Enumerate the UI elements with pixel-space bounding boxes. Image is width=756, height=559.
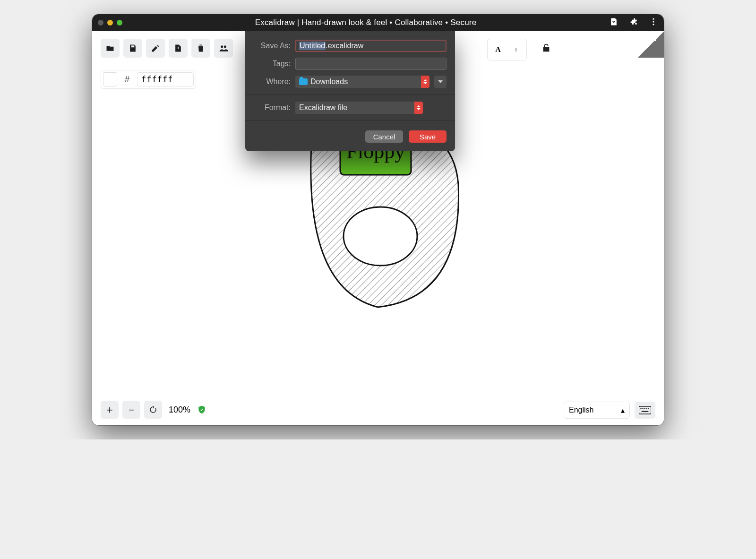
svg-point-8 (224, 45, 226, 48)
window-zoom-button[interactable] (117, 20, 122, 26)
save-as-button[interactable] (146, 39, 165, 58)
titlebar: Excalidraw | Hand-drawn look & feel • Co… (92, 14, 664, 31)
zoom-level: 100% (166, 405, 193, 415)
where-label: Where: (254, 77, 291, 86)
cancel-button[interactable]: Cancel (365, 130, 403, 143)
svg-point-0 (653, 18, 654, 19)
hex-input[interactable] (137, 72, 194, 86)
save-as-label: Save As: (254, 42, 291, 50)
github-corner[interactable] (637, 31, 664, 58)
format-label: Format: (254, 103, 291, 112)
delete-button[interactable] (191, 39, 210, 58)
zoom-reset-button[interactable] (144, 401, 162, 419)
text-tool-key: 8 (507, 41, 524, 58)
svg-point-1 (653, 21, 654, 22)
chevron-up-icon: ▴ (621, 406, 625, 415)
background-color-picker: # (101, 70, 196, 89)
shield-icon (197, 405, 206, 414)
hash-symbol: # (120, 72, 134, 86)
svg-point-7 (221, 45, 223, 48)
format-value: Excalidraw file (299, 103, 347, 112)
language-label: English (569, 406, 593, 414)
traffic-lights (98, 20, 122, 26)
text-tool[interactable]: A (490, 41, 507, 58)
svg-rect-13 (646, 408, 647, 409)
tool-strip: A 8 (487, 39, 527, 60)
open-button[interactable] (101, 39, 120, 58)
tags-input[interactable] (295, 58, 447, 70)
keyboard-shortcuts-button[interactable] (635, 402, 655, 419)
extensions-icon[interactable] (629, 17, 638, 29)
tags-label: Tags: (254, 60, 291, 68)
zoom-out-button[interactable]: － (122, 401, 140, 419)
window-close-button[interactable] (98, 20, 103, 26)
window-title: Excalidraw | Hand-drawn look & feel • Co… (126, 18, 605, 27)
svg-rect-9 (639, 406, 651, 414)
app-window: Excalidraw | Hand-drawn look & feel • Co… (92, 14, 664, 425)
collaborate-button[interactable] (214, 39, 233, 58)
language-select[interactable]: English ▴ (564, 402, 630, 419)
stepper-icon (414, 102, 423, 114)
save-button[interactable] (123, 39, 142, 58)
zoom-controls: ＋ － 100% (101, 401, 206, 419)
window-minimize-button[interactable] (107, 20, 113, 26)
save-as-input[interactable]: Untitled.excalidraw (295, 40, 447, 52)
save-dialog: Save As: Untitled.excalidraw Tags: Where… (245, 31, 455, 151)
save-as-filename-suffix: .excalidraw (326, 42, 363, 50)
browser-menu-icon[interactable] (649, 17, 658, 29)
svg-rect-14 (648, 408, 649, 409)
stepper-icon (421, 76, 430, 88)
zoom-in-button[interactable]: ＋ (101, 401, 119, 419)
svg-point-2 (653, 24, 654, 25)
color-swatch[interactable] (103, 72, 117, 86)
install-app-icon[interactable] (609, 17, 619, 29)
lock-icon[interactable] (541, 43, 551, 53)
expand-button[interactable] (434, 76, 447, 88)
app-content: Floppy A 8 # ＋ (92, 31, 664, 425)
where-popup[interactable]: Downloads (295, 76, 430, 88)
bottom-right-controls: English ▴ (564, 402, 655, 419)
format-popup[interactable]: Excalidraw file (295, 102, 423, 114)
export-button[interactable] (169, 39, 188, 58)
svg-point-5 (344, 207, 417, 266)
svg-rect-11 (642, 408, 643, 409)
save-confirm-button[interactable]: Save (409, 130, 447, 143)
folder-icon (299, 78, 308, 85)
svg-rect-12 (644, 408, 645, 409)
where-value: Downloads (310, 77, 348, 86)
save-as-filename-selected: Untitled (299, 42, 326, 50)
file-toolbar (101, 39, 233, 58)
svg-rect-10 (640, 408, 641, 409)
svg-rect-15 (642, 411, 649, 412)
